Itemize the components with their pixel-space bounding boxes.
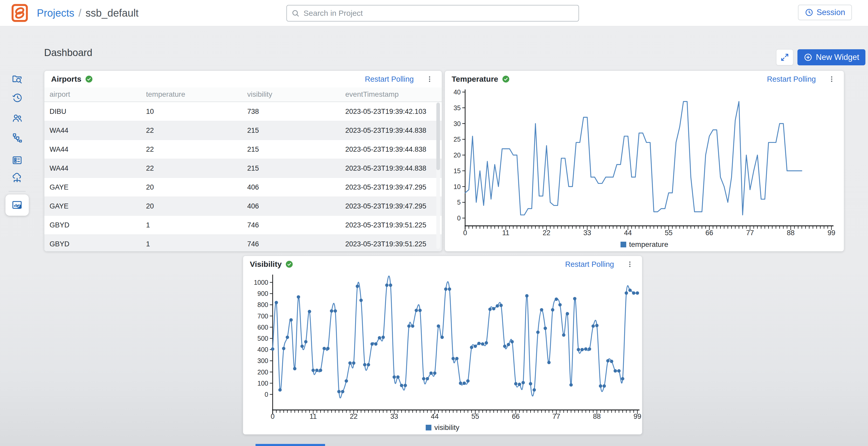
plus-circle-icon <box>804 53 812 62</box>
project-explorer-icon <box>11 73 23 85</box>
svg-text:22: 22 <box>350 413 358 420</box>
jobs-flow-icon <box>11 132 23 144</box>
sidebar-item-data-sources[interactable] <box>11 172 23 184</box>
table-cell: 20 <box>146 202 247 210</box>
table-cell: 746 <box>247 240 345 248</box>
table-row: WA44222152023-05-23T19:39:44.838 <box>44 140 442 159</box>
dashboard-charts-icon <box>11 199 23 211</box>
widget-temperature-header: Temperature Restart Polling <box>445 71 844 87</box>
table-cell: 2023-05-23T19:39:51.225 <box>345 221 437 229</box>
table-cell: 20 <box>146 183 247 191</box>
widget-menu-button[interactable] <box>424 74 435 85</box>
restart-polling-link[interactable]: Restart Polling <box>565 260 614 268</box>
sidebar-item-project-explorer[interactable] <box>11 73 23 85</box>
users-icon <box>11 112 23 124</box>
widget-menu-button[interactable] <box>826 74 837 85</box>
column-header-visibility[interactable]: visibility <box>247 90 345 99</box>
breadcrumb-projects-link[interactable]: Projects <box>37 7 74 19</box>
table-row: GAYE204062023-05-23T19:39:47.295 <box>44 178 442 196</box>
table-cell: GBYD <box>50 240 146 248</box>
table-cell: 22 <box>146 127 247 135</box>
svg-text:0: 0 <box>463 229 467 237</box>
column-header-temperature[interactable]: temperature <box>146 90 247 99</box>
sidebar-item-users[interactable] <box>11 112 23 124</box>
table-scrollbar[interactable] <box>436 102 440 249</box>
table-cell: 2023-05-23T19:39:44.838 <box>345 146 437 154</box>
svg-text:25: 25 <box>454 136 461 143</box>
legend-swatch <box>426 425 431 431</box>
widget-menu-button[interactable] <box>624 259 635 270</box>
svg-text:900: 900 <box>257 290 268 297</box>
temperature-chart: 05101520253035400112233445566778899 <box>445 85 844 243</box>
svg-text:800: 800 <box>257 301 268 308</box>
svg-text:88: 88 <box>787 229 795 237</box>
sidebar-item-history[interactable] <box>11 92 23 104</box>
sidebar-item-jobs-flow[interactable] <box>11 132 23 144</box>
table-row: GBYD17462023-05-23T19:39:51.225 <box>44 216 442 234</box>
svg-text:66: 66 <box>512 413 520 420</box>
kebab-menu-icon <box>426 75 433 84</box>
svg-text:44: 44 <box>431 413 439 420</box>
table-cell: 1 <box>146 221 247 229</box>
sidebar-item-dashboard-active[interactable] <box>5 194 29 216</box>
table-cell: WA44 <box>50 146 146 154</box>
table-cell: 2023-05-23T19:39:47.295 <box>345 202 437 210</box>
svg-text:44: 44 <box>624 229 632 237</box>
expand-icon <box>780 53 789 62</box>
session-button[interactable]: Session <box>798 5 852 20</box>
project-search[interactable] <box>286 5 579 22</box>
new-widget-button[interactable]: New Widget <box>798 49 865 65</box>
table-row: DIBU107382023-05-23T19:39:42.103 <box>44 102 442 121</box>
breadcrumb: Projects / ssb_default <box>37 7 138 19</box>
page-title: Dashboard <box>44 47 92 58</box>
table-row: WA44222152023-05-23T19:39:44.838 <box>44 159 442 178</box>
widget-visibility-header: Visibility Restart Polling <box>243 256 642 273</box>
history-icon <box>11 92 23 103</box>
table-cell: 215 <box>247 164 345 172</box>
svg-text:300: 300 <box>257 357 268 364</box>
column-header-eventTimestamp[interactable]: eventTimestamp <box>345 90 437 99</box>
svg-text:100: 100 <box>257 380 268 387</box>
svg-text:700: 700 <box>257 313 268 320</box>
new-widget-label: New Widget <box>816 53 859 62</box>
search-icon <box>291 9 300 18</box>
visibility-chart: 0100200300400500600700800900100001122334… <box>243 270 642 426</box>
svg-text:55: 55 <box>471 413 479 420</box>
svg-text:11: 11 <box>502 229 509 237</box>
svg-text:0: 0 <box>457 215 461 222</box>
svg-text:30: 30 <box>454 120 461 127</box>
expand-dashboard-button[interactable] <box>776 49 793 65</box>
ssb-logo-glyph <box>11 4 28 22</box>
svg-text:0: 0 <box>265 391 268 398</box>
horizontal-scrollbar-thumb[interactable] <box>255 444 325 446</box>
widget-airports: Airports Restart Polling airport tempera… <box>44 70 442 252</box>
restart-polling-link[interactable]: Restart Polling <box>365 75 414 84</box>
column-header-airport[interactable]: airport <box>50 90 146 99</box>
ssb-logo-icon[interactable] <box>11 4 28 22</box>
search-input[interactable] <box>303 8 579 18</box>
sidebar-item-tables-panel[interactable] <box>11 154 23 166</box>
clock-icon <box>805 8 813 17</box>
svg-text:77: 77 <box>553 413 560 420</box>
legend-swatch <box>621 242 626 247</box>
table-cell: GBYD <box>50 221 146 229</box>
table-cell: 738 <box>247 107 345 116</box>
kebab-menu-icon <box>626 260 634 268</box>
table-cell: 215 <box>247 127 345 135</box>
table-scrollbar-thumb[interactable] <box>436 103 440 170</box>
svg-text:15: 15 <box>454 167 461 174</box>
widget-temperature: Temperature Restart Polling 051015202530… <box>445 70 844 252</box>
svg-text:20: 20 <box>454 152 461 159</box>
svg-text:55: 55 <box>664 229 673 237</box>
data-sources-cloud-icon <box>11 172 23 183</box>
svg-text:33: 33 <box>583 229 591 237</box>
app-window: Projects / ssb_default Session <box>0 0 868 446</box>
svg-text:200: 200 <box>257 369 268 376</box>
tables-panel-icon <box>11 155 23 166</box>
table-header-row: airport temperature visibility eventTime… <box>44 87 442 102</box>
svg-text:1000: 1000 <box>254 279 268 286</box>
table-cell: 1 <box>146 240 247 248</box>
restart-polling-link[interactable]: Restart Polling <box>767 75 816 84</box>
breadcrumb-current-project: ssb_default <box>86 7 139 19</box>
svg-text:5: 5 <box>457 199 461 206</box>
